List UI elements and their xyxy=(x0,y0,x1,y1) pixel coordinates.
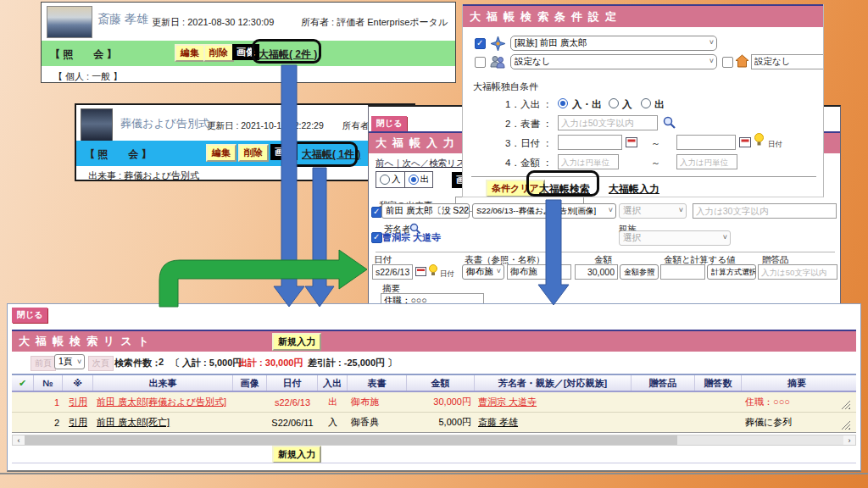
ledger-input-link[interactable]: 大福帳入力 xyxy=(609,182,659,197)
radio-out-icon[interactable] xyxy=(409,175,419,185)
calendar-icon[interactable] xyxy=(626,136,637,148)
bulb-icon[interactable] xyxy=(754,133,765,147)
header-no[interactable]: № xyxy=(34,375,63,391)
temple-checkbox[interactable] xyxy=(371,232,382,243)
new-entry-button-bottom[interactable]: 新規入力 xyxy=(272,446,321,463)
date-input[interactable] xyxy=(372,264,413,280)
delete-button[interactable]: 削除 xyxy=(238,144,269,162)
page-select[interactable]: 1頁 xyxy=(54,354,85,369)
header-check[interactable]: ✔ xyxy=(12,375,34,391)
house-condition-input[interactable] xyxy=(751,54,824,69)
header-gift-count[interactable]: 贈答数 xyxy=(695,375,742,391)
calendar-icon[interactable] xyxy=(415,266,426,277)
quote-link[interactable]: 引用 xyxy=(69,416,87,429)
diff-total: 差引計 : -25,000円 〕 xyxy=(308,357,397,369)
header-gift[interactable]: 贈答品 xyxy=(632,375,695,391)
image-button[interactable]: 画像 xyxy=(232,44,259,60)
table-row[interactable]: 2 引用 前田 廣太郎[死亡] S22/06/11 入 御香典 5,000円 斎… xyxy=(12,413,856,433)
relative-condition-select[interactable]: [親族] 前田 廣太郎 xyxy=(510,36,717,51)
calc-method-select-value: 計算方式選択 xyxy=(711,267,756,278)
radio-in-icon[interactable] xyxy=(380,175,390,185)
amount-to-input[interactable] xyxy=(676,154,737,169)
resize-handle-icon[interactable] xyxy=(841,420,850,430)
date-from-input[interactable] xyxy=(558,135,622,150)
amount-input[interactable] xyxy=(575,264,618,280)
event-select-value: S22/06/13--葬儀および告別[画像] xyxy=(476,206,596,217)
next-page-button[interactable]: 次頁 xyxy=(88,356,114,371)
event-link[interactable]: 前田 廣太郎[死亡] xyxy=(97,416,170,429)
quote-link[interactable]: 引用 xyxy=(69,396,87,408)
radio-inout-both[interactable] xyxy=(558,98,568,108)
close-button[interactable]: 閉じる xyxy=(12,308,47,323)
prev-page-button[interactable]: 前頁 xyxy=(31,356,56,371)
header-image[interactable]: 画像 xyxy=(233,375,267,391)
calendar-icon[interactable] xyxy=(739,136,751,148)
header-event[interactable]: 出来事 xyxy=(93,375,233,391)
edit-button[interactable]: 編集 xyxy=(206,144,236,162)
cell-name[interactable]: 斎藤 孝雄 xyxy=(475,413,632,432)
group-condition-select[interactable]: 設定なし xyxy=(510,54,717,69)
ledger-count-link[interactable]: 大福帳( 1件 ) xyxy=(302,147,360,162)
edit-button[interactable]: 編集 xyxy=(175,44,205,62)
scroll-right-icon[interactable]: › xyxy=(843,435,855,445)
name-link[interactable]: 曹洞宗 大道寺 xyxy=(478,396,537,408)
header-reference[interactable]: ※ xyxy=(63,375,93,391)
cell-quote-link[interactable]: 引用 xyxy=(63,413,93,432)
cell-event[interactable]: 前田 廣太郎[死亡] xyxy=(93,413,233,432)
radio-out[interactable] xyxy=(641,98,651,108)
search-magnifier-icon[interactable] xyxy=(663,116,676,130)
cell-image xyxy=(233,392,267,412)
house-condition-checkbox[interactable] xyxy=(722,57,733,68)
cell-gift xyxy=(632,392,695,412)
delete-button[interactable]: 削除 xyxy=(203,44,234,62)
header-date[interactable]: 日付 xyxy=(267,375,318,391)
bulb-icon[interactable] xyxy=(428,264,438,276)
image-button[interactable]: 画像 xyxy=(270,144,298,160)
close-button[interactable]: 閉じる xyxy=(371,116,407,131)
cell-check[interactable] xyxy=(12,413,34,432)
ledger-search-link[interactable]: 大福帳検索 xyxy=(539,182,590,197)
horizontal-scrollbar[interactable]: ‹ › xyxy=(12,435,856,446)
amount-ref-select[interactable]: 金額参照 xyxy=(620,264,659,280)
people-icon xyxy=(490,55,505,69)
inout-radio-group: 入 出 xyxy=(376,171,433,188)
omote-search-input[interactable] xyxy=(558,115,658,130)
clear-conditions-button[interactable]: 条件クリア xyxy=(486,180,545,197)
event-link[interactable]: 前田 廣太郎[葬儀および告別式] xyxy=(97,396,226,408)
scrollbar-track[interactable] xyxy=(677,435,843,445)
calc-method-select[interactable]: 計算方式選択 xyxy=(707,264,756,280)
name-input[interactable] xyxy=(693,203,837,219)
scroll-left-icon[interactable]: ‹ xyxy=(13,435,25,445)
table-row[interactable]: 1 引用 前田 廣太郎[葬儀および告別式] s22/6/13 出 御布施 30,… xyxy=(12,392,856,413)
radio-in[interactable] xyxy=(609,98,619,108)
header-name[interactable]: 芳名者・親族／[対応親族] xyxy=(475,375,632,391)
header-omote[interactable]: 表書 xyxy=(348,375,407,391)
amount-from-input[interactable] xyxy=(558,154,619,169)
scrollbar-thumb[interactable] xyxy=(25,435,677,445)
ledger-count-link[interactable]: 大福帳( 2件 ) xyxy=(259,47,317,62)
header-amount[interactable]: 金額 xyxy=(407,375,475,391)
header-inout[interactable]: 入出 xyxy=(318,375,348,391)
header-summary[interactable]: 摘要 xyxy=(742,375,852,391)
cell-event[interactable]: 前田 廣太郎[葬儀および告別式] xyxy=(93,392,233,412)
group-condition-checkbox[interactable] xyxy=(475,57,486,68)
omote-input[interactable] xyxy=(507,264,571,280)
name-link[interactable]: 斎藤 孝雄 xyxy=(478,416,518,429)
resize-handle-icon[interactable] xyxy=(841,400,850,409)
person-select[interactable]: 前田 廣太郎〔没 S22 xyxy=(381,203,470,219)
omote-select[interactable]: 御布施 xyxy=(462,264,504,280)
calc-value-input[interactable] xyxy=(660,264,705,280)
date-range-tilde: ～ xyxy=(651,137,660,150)
event-select[interactable]: S22/06/13--葬儀および告別[画像] xyxy=(472,203,616,219)
radio-in[interactable]: 入 xyxy=(376,172,405,187)
radio-out[interactable]: 出 xyxy=(405,172,433,187)
relative-select[interactable]: 選択 xyxy=(619,203,687,219)
new-entry-button-top[interactable]: 新規入力 xyxy=(272,333,321,351)
cell-quote-link[interactable]: 引用 xyxy=(63,392,93,412)
temple-relative-select[interactable]: 選択 xyxy=(619,230,731,246)
cell-name[interactable]: 曹洞宗 大道寺 xyxy=(475,392,632,412)
gift-input[interactable] xyxy=(758,264,837,280)
cell-check[interactable] xyxy=(12,392,34,412)
date-to-input[interactable] xyxy=(676,135,736,150)
relative-condition-checkbox[interactable] xyxy=(475,38,486,49)
